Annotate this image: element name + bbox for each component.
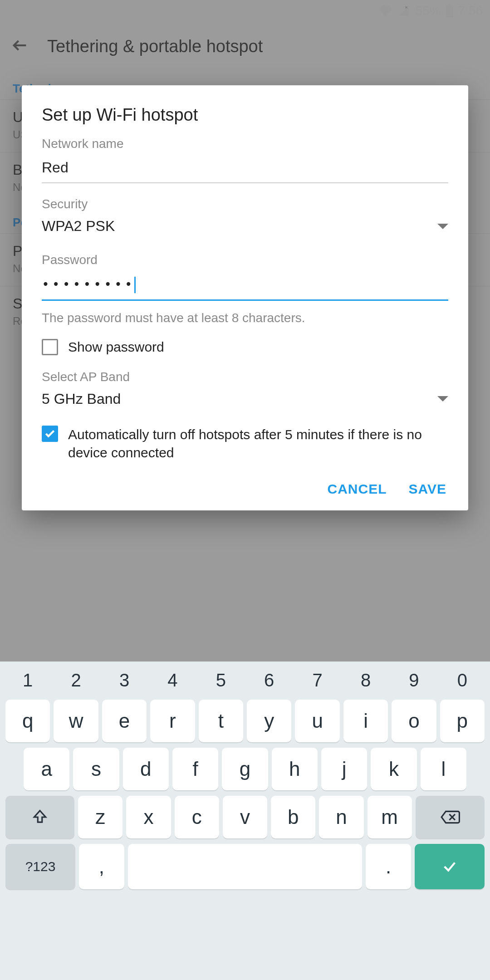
key-3[interactable]: 3 [102, 666, 147, 694]
key-o[interactable]: o [392, 700, 436, 742]
key-t[interactable]: t [199, 700, 243, 742]
key-n[interactable]: n [319, 796, 363, 838]
ap-band-label: Select AP Band [42, 370, 448, 384]
key-m[interactable]: m [368, 796, 412, 838]
key-6[interactable]: 6 [247, 666, 291, 694]
key-5[interactable]: 5 [199, 666, 243, 694]
security-select[interactable]: WPA2 PSK [42, 216, 448, 239]
show-password-checkbox[interactable] [42, 339, 58, 355]
shift-key[interactable] [5, 796, 74, 838]
key-y[interactable]: y [247, 700, 291, 742]
comma-key[interactable]: , [79, 844, 124, 889]
key-g[interactable]: g [222, 748, 268, 790]
key-j[interactable]: j [321, 748, 367, 790]
key-f[interactable]: f [172, 748, 218, 790]
key-1[interactable]: 1 [5, 666, 50, 694]
key-a[interactable]: a [24, 748, 69, 790]
key-7[interactable]: 7 [295, 666, 339, 694]
key-l[interactable]: l [421, 748, 466, 790]
period-key[interactable]: . [366, 844, 411, 889]
key-e[interactable]: e [102, 700, 147, 742]
key-i[interactable]: i [343, 700, 388, 742]
key-d[interactable]: d [123, 748, 169, 790]
network-name-label: Network name [42, 137, 448, 151]
cancel-button[interactable]: CANCEL [328, 481, 387, 497]
key-4[interactable]: 4 [150, 666, 195, 694]
enter-key[interactable] [415, 844, 485, 889]
key-q[interactable]: q [5, 700, 50, 742]
key-8[interactable]: 8 [343, 666, 388, 694]
key-2[interactable]: 2 [54, 666, 98, 694]
key-p[interactable]: p [440, 700, 485, 742]
dialog-setup-hotspot: Set up Wi-Fi hotspot Network name Securi… [22, 85, 468, 510]
auto-off-checkbox[interactable] [42, 426, 58, 442]
key-w[interactable]: w [54, 700, 98, 742]
save-button[interactable]: SAVE [409, 481, 446, 497]
key-h[interactable]: h [272, 748, 318, 790]
chevron-down-icon [437, 224, 448, 229]
key-s[interactable]: s [73, 748, 119, 790]
key-9[interactable]: 9 [392, 666, 436, 694]
key-0[interactable]: 0 [440, 666, 485, 694]
password-helper: The password must have at least 8 charac… [42, 311, 448, 325]
key-b[interactable]: b [271, 796, 315, 838]
show-password-row[interactable]: Show password [42, 339, 448, 355]
network-name-input[interactable] [42, 156, 448, 183]
key-x[interactable]: x [126, 796, 171, 838]
backspace-key[interactable] [416, 796, 485, 838]
chevron-down-icon [437, 396, 448, 402]
ap-band-select[interactable]: 5 GHz Band [42, 389, 448, 412]
security-label: Security [42, 197, 448, 211]
text-caret [134, 277, 136, 293]
password-label: Password [42, 253, 448, 267]
key-k[interactable]: k [371, 748, 416, 790]
key-v[interactable]: v [223, 796, 267, 838]
key-z[interactable]: z [78, 796, 122, 838]
password-input[interactable]: ••••••••• [42, 272, 448, 301]
key-r[interactable]: r [150, 700, 195, 742]
dialog-title: Set up Wi-Fi hotspot [42, 105, 448, 125]
symbols-key[interactable]: ?123 [5, 844, 75, 889]
key-c[interactable]: c [175, 796, 219, 838]
space-key[interactable] [128, 844, 363, 889]
key-u[interactable]: u [295, 700, 339, 742]
soft-keyboard: 1234567890 qwertyuiop asdfghjkl zxcvbnm … [0, 662, 490, 980]
auto-off-row[interactable]: Automatically turn off hotspots after 5 … [42, 426, 448, 462]
